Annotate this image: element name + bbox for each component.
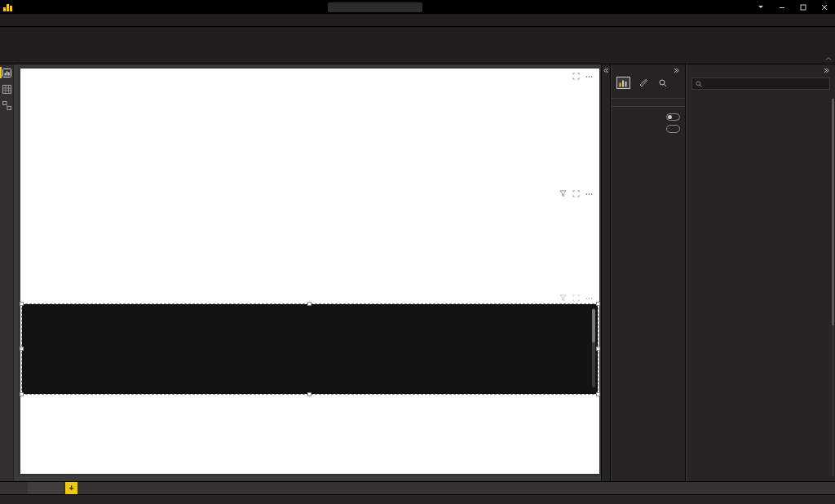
drill-through-hint xyxy=(612,135,685,139)
page-tab-bar: + xyxy=(0,481,835,494)
build-visual-tab[interactable] xyxy=(616,77,630,89)
report-canvas xyxy=(20,69,599,474)
more-options-icon[interactable] xyxy=(585,72,594,81)
model-view-icon xyxy=(2,101,11,110)
fields-tree xyxy=(687,91,835,475)
cross-report-toggle[interactable] xyxy=(666,113,680,121)
resize-handle-se[interactable] xyxy=(596,392,600,396)
fields-search-box[interactable] xyxy=(691,77,830,90)
resize-handle-nw[interactable] xyxy=(20,302,24,306)
fields-search-input[interactable] xyxy=(705,79,826,88)
data-view-icon xyxy=(2,85,11,94)
filters-pane-collapsed[interactable] xyxy=(601,64,611,481)
collapse-ribbon-icon[interactable] xyxy=(825,56,832,61)
focus-mode-icon[interactable] xyxy=(572,294,581,303)
cross-report-row xyxy=(612,111,685,122)
data-view-button[interactable] xyxy=(0,81,14,97)
columns-well-label xyxy=(612,99,685,103)
report-view-button[interactable] xyxy=(0,64,14,81)
status-bar xyxy=(0,494,835,504)
temp-line-chart xyxy=(24,91,594,184)
powerbi-desktop-window: + xyxy=(0,0,835,504)
rain-bar-chart xyxy=(24,199,594,300)
resize-handle-ne[interactable] xyxy=(596,302,600,306)
table-scrollbar[interactable] xyxy=(592,308,595,387)
model-view-button[interactable] xyxy=(0,97,14,113)
filter-icon[interactable] xyxy=(559,294,568,303)
more-options-icon[interactable] xyxy=(585,189,594,198)
expand-filters-icon[interactable] xyxy=(603,68,609,73)
visualizations-tabs xyxy=(612,75,685,91)
search-input[interactable] xyxy=(334,3,424,11)
fields-scrollbar[interactable] xyxy=(832,99,834,476)
search-icon xyxy=(696,81,702,87)
visual-gallery xyxy=(612,91,685,95)
keep-all-filters-row xyxy=(612,122,685,135)
close-button[interactable] xyxy=(814,0,835,14)
resize-handle-w[interactable] xyxy=(20,347,24,351)
sign-in-button[interactable] xyxy=(756,6,763,8)
visual-max-min-temp[interactable] xyxy=(22,70,598,186)
fields-pane xyxy=(687,64,835,481)
page-tab-page1[interactable] xyxy=(28,482,64,494)
maximize-button[interactable] xyxy=(793,0,814,14)
titlebar xyxy=(0,0,835,14)
resize-handle-sw[interactable] xyxy=(20,392,24,396)
focus-mode-icon[interactable] xyxy=(572,72,581,81)
visualizations-pane xyxy=(612,64,686,481)
ribbon xyxy=(0,27,835,64)
collapse-visualizations-icon[interactable] xyxy=(674,68,680,73)
search-box[interactable] xyxy=(328,2,422,12)
resize-handle-n[interactable] xyxy=(307,302,311,306)
workspace xyxy=(0,64,835,481)
analytics-tab[interactable] xyxy=(656,77,669,89)
chevron-down-icon xyxy=(758,6,763,8)
resize-handle-s[interactable] xyxy=(307,392,311,396)
menu-bar xyxy=(0,14,835,27)
format-visual-tab[interactable] xyxy=(636,77,650,89)
resize-handle-e[interactable] xyxy=(596,347,600,351)
visual-rain[interactable] xyxy=(22,188,598,302)
more-options-icon[interactable] xyxy=(585,294,594,303)
minimize-button[interactable] xyxy=(771,0,793,14)
report-view-icon xyxy=(2,69,11,77)
visual-data-table[interactable] xyxy=(22,304,598,394)
focus-mode-icon[interactable] xyxy=(572,189,581,198)
collapse-fields-icon[interactable] xyxy=(824,68,830,73)
powerbi-app-icon xyxy=(3,2,12,11)
keep-all-filters-toggle[interactable] xyxy=(666,125,680,133)
add-page-button[interactable]: + xyxy=(65,482,77,494)
view-rail xyxy=(0,64,14,481)
filter-icon[interactable] xyxy=(559,189,568,198)
table-container xyxy=(22,304,598,394)
